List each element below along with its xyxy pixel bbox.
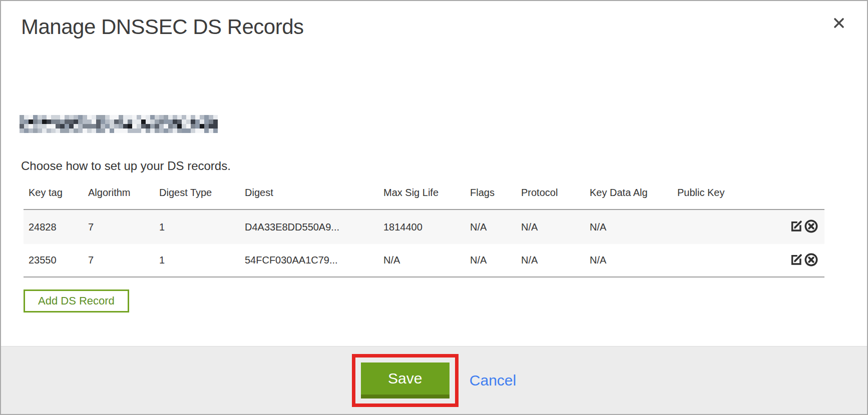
redaction-pixel [69,115,74,120]
redaction-pixel [69,124,74,128]
redaction-pixel [213,128,218,133]
save-button[interactable]: Save [361,362,450,398]
cell-protocol: N/A [516,210,585,244]
table-row: 23550 7 1 54FCF030AA1C79... N/A N/A N/A … [24,244,824,277]
row-actions [779,244,824,277]
redaction-pixel [92,115,96,120]
redaction-pixel [155,115,159,120]
cell-key-tag: 24828 [24,210,83,244]
redaction-pixel [195,124,200,128]
redaction-pixel [132,128,137,133]
redaction-pixel [164,115,168,120]
redaction-pixel [78,120,83,124]
redaction-pixel [132,115,137,120]
cell-digest: 54FCF030AA1C79... [240,244,378,277]
redaction-pixel [101,128,105,133]
redaction-pixel [155,128,159,133]
redaction-pixel [105,120,110,124]
redaction-pixel [119,124,123,128]
redaction-pixel [60,124,65,128]
redaction-pixel [141,120,146,124]
redaction-pixel [213,120,218,124]
redaction-pixel [182,120,186,124]
redaction-pixel [42,115,47,120]
delete-record-button[interactable] [804,252,818,268]
edit-icon [789,227,803,234]
redaction-pixel [159,115,164,120]
redaction-pixel [123,120,128,124]
redaction-pixel [204,124,209,128]
redaction-pixel [51,128,56,133]
redaction-pixel [182,115,186,120]
redaction-pixel [173,128,177,133]
redaction-pixel [150,115,155,120]
redaction-pixel [105,115,110,120]
redaction-pixel [42,124,47,128]
redaction-pixel [33,128,38,133]
redacted-domain-name [20,115,218,133]
col-header-actions [779,181,824,210]
redaction-pixel [137,120,141,124]
redaction-pixel [51,115,56,120]
redaction-pixel [29,128,33,133]
redaction-pixel [114,128,119,133]
redaction-pixel [164,124,168,128]
redaction-pixel [182,128,186,133]
redaction-pixel [33,120,38,124]
cell-public-key [672,244,779,277]
annotation-highlight-rectangle: Save [352,354,459,407]
delete-record-button[interactable] [804,219,818,235]
redaction-pixel [191,124,195,128]
redaction-pixel [56,120,60,124]
redaction-pixel [168,124,173,128]
redaction-pixel [78,124,83,128]
redaction-pixel [168,115,173,120]
redaction-pixel [114,124,119,128]
cell-protocol: N/A [516,244,585,277]
redaction-pixel [213,115,218,120]
col-header-key-tag: Key tag [24,181,83,210]
redaction-pixel [20,115,24,120]
redaction-pixel [65,124,69,128]
redaction-pixel [51,124,56,128]
redaction-pixel [132,120,137,124]
redaction-pixel [38,115,42,120]
cell-algorithm: 7 [83,244,154,277]
close-button[interactable] [829,13,849,33]
edit-record-button[interactable] [789,253,803,268]
col-header-protocol: Protocol [516,181,585,210]
add-ds-record-button[interactable]: Add DS Record [24,290,129,312]
redaction-pixel [186,124,191,128]
redaction-pixel [146,124,150,128]
redaction-pixel [42,128,47,133]
col-header-max-sig-life: Max Sig Life [378,181,465,210]
redaction-pixel [33,124,38,128]
redaction-pixel [29,120,33,124]
redaction-pixel [96,124,101,128]
redaction-pixel [38,124,42,128]
cell-key-tag: 23550 [24,244,83,277]
redaction-pixel [150,124,155,128]
redaction-pixel [65,115,69,120]
redaction-pixel [101,124,105,128]
ds-records-table: Key tag Algorithm Digest Type Digest Max… [24,181,824,278]
edit-icon [789,260,803,268]
cancel-link[interactable]: Cancel [470,372,516,389]
cell-public-key [672,210,779,244]
redaction-pixel [20,124,24,128]
redaction-pixel [177,115,182,120]
redaction-pixel [56,128,60,133]
cell-max-sig-life: N/A [378,244,465,277]
redaction-pixel [204,120,209,124]
dialog-footer: Save Cancel [1,346,867,414]
redaction-pixel [137,115,141,120]
redaction-pixel [173,120,177,124]
redaction-pixel [191,115,195,120]
redaction-pixel [128,120,132,124]
redaction-pixel [182,124,186,128]
redaction-pixel [92,120,96,124]
redaction-pixel [119,115,123,120]
edit-record-button[interactable] [789,220,803,234]
redaction-pixel [159,128,164,133]
redaction-pixel [132,124,137,128]
